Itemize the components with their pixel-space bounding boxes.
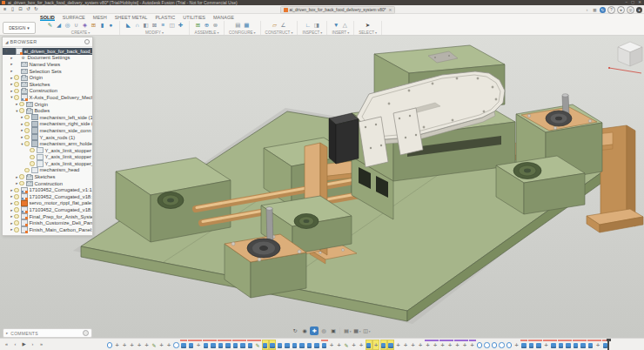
tab-mesh[interactable]: MESH <box>93 14 107 21</box>
timeline-feature-hole-or-circular-feature[interactable] <box>499 340 506 350</box>
maximize-icon[interactable]: ▢ <box>631 0 634 5</box>
timeline-feature-joint-or-feature[interactable]: + <box>351 340 358 350</box>
visibility-bulb-icon[interactable] <box>30 155 35 160</box>
combine-icon[interactable]: ⊠ <box>151 21 158 29</box>
timeline-feature-joint-or-feature[interactable]: + <box>165 340 172 350</box>
expand-arrow-icon[interactable]: ▸ <box>10 56 14 60</box>
timeline-feature-sketch-feature[interactable]: ✎ <box>254 340 261 350</box>
browser-item[interactable]: ▾X-Axis_Food_Delivery_Mechanism <box>3 94 92 101</box>
timeline-feature-component-feature[interactable] <box>587 340 594 350</box>
select-icon[interactable]: ➤ <box>364 21 372 29</box>
configuration-table-icon[interactable]: ▦ <box>243 21 251 29</box>
timeline-feature-hole-or-circular-feature[interactable] <box>476 340 483 350</box>
document-tab-close-icon[interactable]: ✕ <box>388 8 392 12</box>
browser-header[interactable]: ◢ BROWSER <box>3 37 92 47</box>
window-controls[interactable]: –▢✕ <box>625 0 641 5</box>
timeline-feature-hole-or-circular-feature[interactable] <box>484 340 491 350</box>
shell-icon[interactable]: ◧ <box>142 21 150 29</box>
orbit-icon[interactable]: ↻ <box>291 326 299 335</box>
browser-item[interactable]: ▸mechanism_right_side (1) <box>3 121 92 128</box>
visibility-bulb-icon[interactable] <box>24 168 30 173</box>
browser-item[interactable]: ▸Sketches <box>3 173 92 180</box>
display-settings-icon[interactable]: ▤▾ <box>342 326 351 335</box>
play-button[interactable]: ▶ <box>20 340 28 349</box>
timeline-feature-component-feature[interactable] <box>306 340 313 350</box>
pan-icon[interactable]: ✚ <box>310 326 319 335</box>
comments-bar[interactable]: ▸ COMMENTS <box>3 328 92 338</box>
timeline-feature-sketch-feature[interactable]: ✎ <box>343 340 350 350</box>
browser-item[interactable]: ▸Finish_Customize_Deli_Panel:1 <box>3 219 92 226</box>
browser-item[interactable]: ▸Origin <box>3 74 92 81</box>
timeline-feature-joint-or-feature[interactable]: + <box>121 340 128 350</box>
insert-dropdown[interactable]: INSERT▾ <box>332 30 349 35</box>
look-at-icon[interactable]: ◉ <box>300 326 309 335</box>
timeline-feature-joint-or-feature[interactable]: + <box>439 340 446 350</box>
timeline-feature-joint-or-feature[interactable]: + <box>402 340 409 350</box>
undo-icon[interactable]: ↺ <box>25 6 31 12</box>
help-icon[interactable]: ? <box>607 6 615 14</box>
collapse-chevron-icon[interactable]: › <box>584 7 590 13</box>
timeline-feature-joint-or-feature[interactable]: + <box>395 340 402 350</box>
timeline-feature-component-feature[interactable] <box>203 340 210 350</box>
modify-dropdown[interactable]: MODIFY▾ <box>145 30 164 35</box>
browser-item[interactable]: ▾Bodies <box>3 107 92 114</box>
visibility-bulb-icon[interactable] <box>14 227 19 232</box>
timeline-feature-hole-or-circular-feature[interactable] <box>491 340 498 350</box>
timeline-feature-joint-or-feature[interactable]: + <box>446 340 453 350</box>
sweep-icon[interactable]: ∪ <box>72 21 80 29</box>
offset-face-icon[interactable]: ≡ <box>159 21 167 29</box>
comments-expand-icon[interactable]: ▸ <box>6 331 8 335</box>
revolve-icon[interactable]: ◎ <box>64 21 71 29</box>
visibility-bulb-icon[interactable] <box>24 141 30 146</box>
comments-avatar[interactable] <box>83 330 89 336</box>
visibility-bulb-icon[interactable] <box>14 207 19 212</box>
visibility-bulb-icon[interactable] <box>19 108 24 113</box>
browser-item[interactable]: ▸Final_Prep_for_Anish_System:1 <box>3 213 92 220</box>
timeline-feature-component-feature[interactable] <box>313 340 320 350</box>
timeline-feature-hole-or-circular-feature[interactable] <box>506 340 513 350</box>
timeline-position-marker[interactable] <box>607 339 609 350</box>
insert-derive-icon[interactable]: ▼ <box>332 21 340 29</box>
browser-item[interactable]: ▾ai_driven_box_for_back_food_d... <box>3 48 92 55</box>
viewport-canvas[interactable] <box>0 35 644 350</box>
visibility-bulb-icon[interactable] <box>14 95 19 100</box>
browser-item[interactable]: ▸Named Views <box>3 61 92 68</box>
assemble-dropdown[interactable]: ASSEMBLE▾ <box>195 30 219 35</box>
tab-utilities[interactable]: UTILITIES <box>183 14 205 21</box>
browser-item[interactable]: ▸servo_motor_rippl_flat_pale:1 <box>3 200 92 207</box>
visibility-bulb-icon[interactable] <box>14 194 19 199</box>
create-sketch-icon[interactable]: ✎ <box>46 21 54 29</box>
idler-pulley-front[interactable] <box>294 214 319 229</box>
browser-item[interactable]: ▾mechanism_arm_holder (1) <box>3 140 92 147</box>
split-body-icon[interactable]: ◫ <box>168 21 176 29</box>
tab-sheet-metal[interactable]: SHEET METAL <box>115 14 148 21</box>
timeline-feature-component-feature[interactable] <box>366 340 372 350</box>
browser-item[interactable]: Y_axis_limit_stopper <box>3 147 92 154</box>
construction-axis-icon[interactable]: ∠ <box>279 21 287 29</box>
timeline-feature-component-feature[interactable] <box>218 340 225 350</box>
timeline-feature-joint-or-feature[interactable]: + <box>195 340 202 350</box>
timeline-feature-hole-or-circular-feature[interactable] <box>173 340 180 350</box>
timeline-feature-component-feature[interactable] <box>284 340 291 350</box>
timeline-feature-joint-or-feature[interactable]: + <box>136 340 143 350</box>
timeline-feature-joint-or-feature[interactable]: + <box>469 340 476 350</box>
timeline-feature-joint-or-feature[interactable]: + <box>594 340 601 350</box>
construct-dropdown[interactable]: CONSTRUCT▾ <box>265 30 293 35</box>
browser-item[interactable]: ▸Construction <box>3 88 92 95</box>
browser-item[interactable]: ▸Y_axis_rods (1) <box>3 134 92 141</box>
measure-icon[interactable]: ∟ <box>304 21 312 29</box>
timeline-feature-joint-or-feature[interactable]: + <box>417 340 424 350</box>
viewports-icon[interactable]: ◫▾ <box>361 326 370 335</box>
timeline-feature-component-feature[interactable] <box>188 340 195 350</box>
sphere-primitive-icon[interactable]: ● <box>107 21 115 29</box>
timeline-feature-joint-or-feature[interactable]: + <box>372 340 379 350</box>
visibility-bulb-icon[interactable] <box>19 174 24 179</box>
redo-icon[interactable]: ↻ <box>33 6 39 12</box>
profile-avatar-icon[interactable]: ● <box>636 7 642 13</box>
expand-arrow-icon[interactable]: ▾ <box>4 49 9 53</box>
timeline-feature-component-feature[interactable] <box>232 340 239 350</box>
tab-surface[interactable]: SURFACE <box>63 14 85 21</box>
timeline-feature-component-feature[interactable] <box>239 340 246 350</box>
timeline-feature-component-feature[interactable] <box>387 340 394 350</box>
tab-plastic[interactable]: PLASTIC <box>155 14 175 21</box>
